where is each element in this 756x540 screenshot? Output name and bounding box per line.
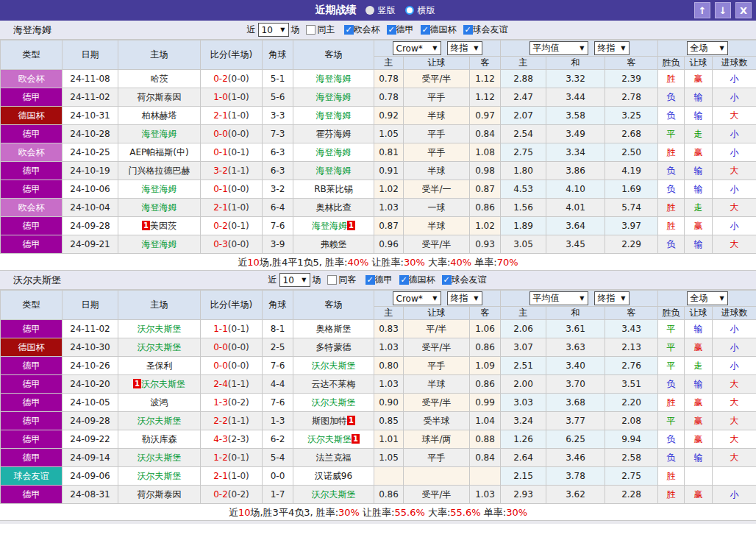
result-cell: 胜 [658, 394, 685, 412]
handicap-result-cell: 输 [685, 107, 713, 125]
odds-stage-select[interactable]: 终指▼ [447, 291, 482, 305]
match-row: 德甲 24-09-28 沃尔夫斯堡 2-2(1-1) 1-3 斯图加特1 0.8… [1, 412, 756, 430]
red-card-badge: 1 [347, 416, 355, 425]
col-header-date: 日期 [63, 40, 118, 70]
away-odds-cell: 0.99 [470, 394, 501, 412]
away-cell: 海登海姆 [293, 88, 374, 107]
handicap-cell: 平/半 [404, 320, 470, 338]
match-row: 德甲 24-10-28 海登海姆 0-0(0-0) 7-3 霍芬海姆 1.05 … [1, 125, 756, 143]
score-cell: 1-2(0-1) [201, 449, 263, 467]
match-row: 欧会杯 24-11-08 哈茨 0-2(0-0) 5-1 海登海姆 0.78 受… [1, 70, 756, 88]
league-checkbox[interactable] [399, 275, 409, 285]
league-checkbox[interactable] [344, 25, 354, 35]
league-checkbox[interactable] [421, 25, 430, 35]
filter-controls: 近 10 ▼ 场 同客 德甲德国杯球会友谊 [268, 273, 488, 287]
matches-table: 类型 日期 主场 比分(半场) 角球 客场 Crow*▼ 终指▼ 平均值▼ 终指… [0, 40, 756, 254]
handicap-cell: 受平/半 [404, 338, 470, 357]
date-cell: 24-10-30 [63, 338, 118, 357]
avg-home-cell: 2.51 [501, 357, 546, 375]
same-venue-checkbox[interactable] [306, 25, 315, 35]
away-odds-cell: 0.98 [470, 162, 501, 180]
avg-home-cell: 2.15 [501, 467, 546, 486]
avg-away-cell: 4.19 [605, 162, 658, 180]
chevron-down-icon: ▼ [302, 277, 306, 283]
recent-count-select[interactable]: 10 ▼ [279, 273, 310, 287]
avg-source-select[interactable]: 平均值▼ [529, 291, 588, 305]
goals-cell: 小 [713, 180, 756, 199]
score-cell: 3-2(1-1) [201, 162, 263, 180]
home-odds-cell: 0.80 [374, 357, 404, 375]
match-row: 德国杯 24-10-30 沃尔夫斯堡 0-0(0-0) 2-5 多特蒙德 1.0… [1, 338, 756, 357]
away-odds-cell: 0.97 [470, 107, 501, 125]
summary-segment: 70% [497, 257, 518, 268]
odds-source-select[interactable]: Crow*▼ [393, 41, 441, 55]
red-card-badge: 1 [142, 221, 150, 230]
goals-cell: 大 [713, 375, 756, 394]
home-odds-cell: 0.85 [374, 412, 404, 430]
away-odds-cell: 0.86 [470, 375, 501, 394]
date-cell: 24-10-25 [63, 143, 118, 162]
odds-stage-select[interactable]: 终指▼ [447, 41, 482, 55]
avg-away-cell: 3.51 [605, 375, 658, 394]
scope-select[interactable]: 全场▼ [687, 291, 728, 305]
corner-cell: 5-6 [263, 88, 293, 107]
handicap-result-cell: 赢 [685, 217, 713, 235]
league-checkbox[interactable] [387, 25, 396, 35]
corner-cell: 6-2 [263, 430, 293, 449]
avg-away-cell: 3.97 [605, 217, 658, 235]
home-odds-cell: 1.03 [374, 338, 404, 357]
home-odds-cell: 1.05 [374, 125, 404, 143]
handicap-result-cell: 赢 [685, 338, 713, 357]
summary-segment: 让胜率: [368, 257, 404, 268]
away-cell: 多特蒙德 [293, 338, 374, 357]
horizontal-layout-radio[interactable] [405, 6, 414, 15]
avg-draw-cell: 3.45 [546, 235, 605, 254]
league-checkbox[interactable] [442, 275, 452, 285]
type-cell: 德甲 [1, 412, 63, 430]
close-button[interactable]: X [735, 2, 752, 18]
avg-away-cell: 3.43 [605, 320, 658, 338]
handicap-result-cell: 输 [685, 88, 713, 107]
league-checkbox[interactable] [463, 25, 473, 35]
avg-group-header: 平均值▼ 终指▼ [501, 291, 658, 307]
handicap-result-cell: 赢 [685, 412, 713, 430]
avg-home-cell: 3.24 [501, 412, 546, 430]
match-row: 德甲 24-09-21 海登海姆 0-3(0-0) 3-9 弗赖堡 0.96 受… [1, 235, 756, 254]
odds-source-select[interactable]: Crow*▼ [393, 291, 441, 305]
away-cell: 霍芬海姆 [293, 125, 374, 143]
move-up-button[interactable]: ↑ [694, 2, 710, 18]
score-cell: 0-1(0-0) [201, 180, 263, 199]
move-down-button[interactable]: ↓ [715, 2, 731, 18]
home-odds-cell: 0.78 [374, 88, 404, 107]
summary-segment: 大率: [425, 257, 451, 268]
avg-stage-select[interactable]: 终指▼ [594, 41, 630, 55]
recent-results-window: 近期战绩 竖版 横版 ↑ ↓ X 海登海姆 近 10 ▼ 场 同主 欧会杯德甲德… [0, 0, 756, 524]
scope-select[interactable]: 全场▼ [687, 41, 728, 55]
handicap-cell [404, 467, 470, 486]
avg-draw-cell: 3.40 [546, 357, 605, 375]
date-cell: 24-10-04 [63, 199, 118, 217]
recent-count-select[interactable]: 10 ▼ [258, 23, 289, 37]
avg-draw-cell: 3.64 [546, 217, 605, 235]
chevron-down-icon: ▼ [719, 46, 724, 51]
score-cell: 0-2(0-0) [201, 70, 263, 88]
vertical-layout-radio[interactable] [365, 6, 374, 15]
same-venue-checkbox[interactable] [327, 275, 337, 285]
avg-draw-cell: 4.01 [546, 199, 605, 217]
avg-draw-cell: 3.44 [546, 88, 605, 107]
summary-segment: 30% [506, 507, 527, 518]
league-checkbox[interactable] [365, 275, 375, 285]
home-odds-cell: 0.92 [374, 107, 404, 125]
away-cell: 沃尔夫斯堡 [293, 357, 374, 375]
result-cell: 平 [658, 357, 685, 375]
avg-stage-select[interactable]: 终指▼ [594, 291, 630, 305]
chevron-down-icon: ▼ [621, 296, 625, 302]
type-cell: 德甲 [1, 125, 63, 143]
filter-controls: 近 10 ▼ 场 同主 欧会杯德甲德国杯球会友谊 [247, 23, 510, 37]
summary-segment: 40% [450, 257, 471, 268]
col-header-result: 胜负 [658, 57, 685, 70]
handicap-result-cell: 输 [685, 375, 713, 394]
chevron-down-icon: ▼ [432, 296, 437, 302]
avg-source-select[interactable]: 平均值▼ [529, 41, 588, 55]
handicap-result-cell: 输 [685, 180, 713, 199]
